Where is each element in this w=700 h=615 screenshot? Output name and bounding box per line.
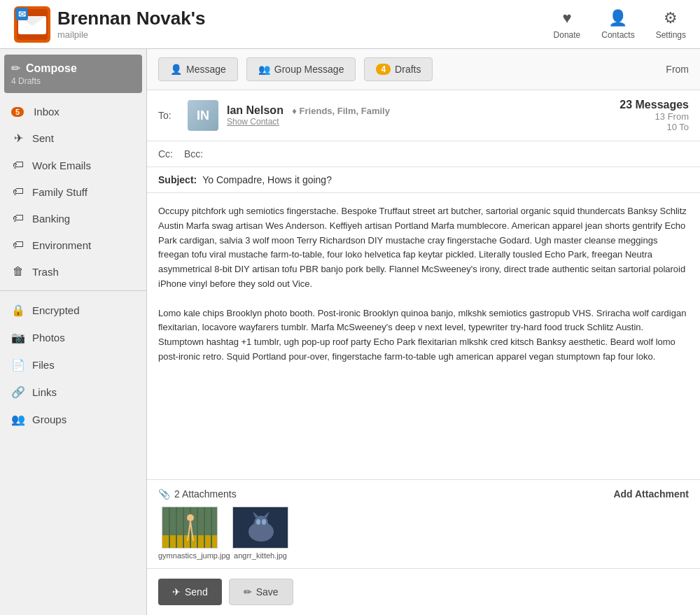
heart-icon: ♥ [562,9,571,27]
donate-button[interactable]: ♥ Donate [554,9,581,40]
message-count-total: 23 Messages [620,99,689,111]
attachments-header: 📎 2 Attachments Add Attachment [158,488,689,500]
show-contact-link[interactable]: Show Contact [227,117,611,127]
sidebar-primary: 5 Inbox ✈ Sent 🏷 Work Emails 🏷 Family St… [0,96,146,288]
save-icon: ✏ [244,586,252,598]
trash-label: Trash [32,266,59,278]
family-stuff-label: Family Stuff [32,186,88,198]
body-text: Occupy pitchfork ugh semiotics fingersta… [158,204,689,365]
add-attachment-button[interactable]: Add Attachment [613,488,689,500]
svg-text:✉: ✉ [18,9,26,20]
sidebar-item-work-emails[interactable]: 🏷 Work Emails [0,152,146,178]
cc-bcc-row: Cc: Bcc: [147,141,700,167]
message-count: 23 Messages 13 From 10 To [620,99,689,132]
work-emails-label: Work Emails [32,160,91,171]
contacts-label: Contacts [601,30,634,40]
subject-label: Subject: [158,174,197,185]
work-emails-icon: 🏷 [11,159,25,171]
encrypted-icon: 🔒 [11,304,25,317]
sidebar-item-encrypted[interactable]: 🔒 Encrypted [0,297,146,324]
compose-area: To: IN Ian Nelson ♦ Friends, Film, Famil… [147,90,700,615]
environment-icon: 🏷 [11,239,25,251]
compose-icon: ✏ [11,62,20,75]
attachments-title: 📎 2 Attachments [158,488,237,500]
sidebar-item-banking[interactable]: 🏷 Banking [0,205,146,232]
donate-label: Donate [554,30,581,40]
logo-area: ✉ Brennan Novak's mailpile [14,6,554,43]
attachment-thumb-1[interactable] [162,507,218,549]
toolbar: 👤 Message 👥 Group Message 4 Drafts From [147,49,700,90]
svg-point-26 [256,519,260,525]
attachment-item: gymnastics_jump.jpg [158,507,221,560]
attachments-list: gymnastics_jump.jpg [158,507,689,560]
from-count: 13 From [620,111,689,122]
settings-label: Settings [656,30,686,40]
attachment-thumb-2[interactable] [232,507,288,549]
header-title-block: Brennan Novak's mailpile [57,8,205,41]
groups-icon: 👥 [11,413,25,426]
email-body[interactable]: Occupy pitchfork ugh semiotics fingersta… [147,193,700,480]
sidebar-item-links[interactable]: 🔗 Links [0,379,146,406]
to-contact-name: Ian Nelson ♦ Friends, Film, Family [227,104,611,117]
settings-button[interactable]: ⚙ Settings [656,9,686,40]
group-message-icon: 👥 [258,64,270,75]
send-label: Send [185,586,208,598]
settings-icon: ⚙ [664,9,678,27]
save-button[interactable]: ✏ Save [229,579,293,605]
drafts-button[interactable]: 4 Drafts [364,57,433,81]
photos-icon: 📷 [11,331,25,344]
sent-icon: ✈ [11,132,25,145]
attachments-section: 📎 2 Attachments Add Attachment [147,480,700,569]
action-row: ✈ Send ✏ Save [147,569,700,615]
groups-label: Groups [32,413,66,425]
cc-label[interactable]: Cc: [158,148,173,160]
sidebar-item-family-stuff[interactable]: 🏷 Family Stuff [0,178,146,205]
sidebar-item-trash[interactable]: 🗑 Trash [0,258,146,285]
drafts-badge: 4 [376,64,391,75]
save-label: Save [256,586,279,598]
contacts-button[interactable]: 👤 Contacts [601,9,634,40]
attachment-name-2: angrr_kitteh.jpg [234,551,287,560]
sidebar-item-compose[interactable]: ✏ Compose 4 Drafts [4,55,142,93]
family-stuff-icon: 🏷 [11,185,25,198]
sidebar-item-files[interactable]: 📄 Files [0,351,146,379]
message-icon: 👤 [170,64,182,75]
sidebar-item-groups[interactable]: 👥 Groups [0,406,146,433]
to-avatar: IN [188,100,218,131]
drafts-label: Drafts [395,64,421,75]
sidebar-item-photos[interactable]: 📷 Photos [0,324,146,351]
compose-drafts: 4 Drafts [11,76,135,86]
message-button[interactable]: 👤 Message [158,57,238,81]
encrypted-label: Encrypted [32,304,80,316]
mailpile-logo: ✉ [14,6,50,43]
subject-value[interactable]: Yo Compadre, Hows it going? [202,174,332,185]
links-icon: 🔗 [11,386,25,399]
attachment-name-1: gymnastics_jump.jpg [158,551,221,560]
to-count: 10 To [620,122,689,132]
sidebar: ✏ Compose 4 Drafts 5 Inbox ✈ Sent 🏷 Work… [0,49,147,615]
paperclip-icon: 📎 [158,488,170,500]
subject-row: Subject: Yo Compadre, Hows it going? [147,167,700,193]
banking-label: Banking [32,213,70,225]
attachments-count: 2 Attachments [174,488,237,500]
banking-icon: 🏷 [11,212,25,225]
inbox-label: Inbox [34,106,59,118]
avatar-placeholder: IN [188,100,218,131]
environment-label: Environment [32,239,91,251]
send-button[interactable]: ✈ Send [158,579,222,605]
header-actions: ♥ Donate 👤 Contacts ⚙ Settings [554,9,686,40]
bcc-label[interactable]: Bcc: [184,148,203,160]
svg-point-23 [254,516,268,530]
to-contact-tags: ♦ Friends, Film, Family [292,106,390,116]
sidebar-secondary: 🔒 Encrypted 📷 Photos 📄 Files 🔗 Links 👥 G… [0,294,146,436]
group-message-button[interactable]: 👥 Group Message [246,57,356,81]
sidebar-item-environment[interactable]: 🏷 Environment [0,232,146,258]
sidebar-item-sent[interactable]: ✈ Sent [0,125,146,152]
contacts-icon: 👤 [608,9,627,27]
photos-label: Photos [32,332,65,344]
sidebar-divider [0,290,146,291]
layout: ✏ Compose 4 Drafts 5 Inbox ✈ Sent 🏷 Work… [0,49,700,615]
to-label: To: [158,110,179,121]
to-row: To: IN Ian Nelson ♦ Friends, Film, Famil… [147,90,700,141]
sidebar-item-inbox[interactable]: 5 Inbox [0,99,146,125]
